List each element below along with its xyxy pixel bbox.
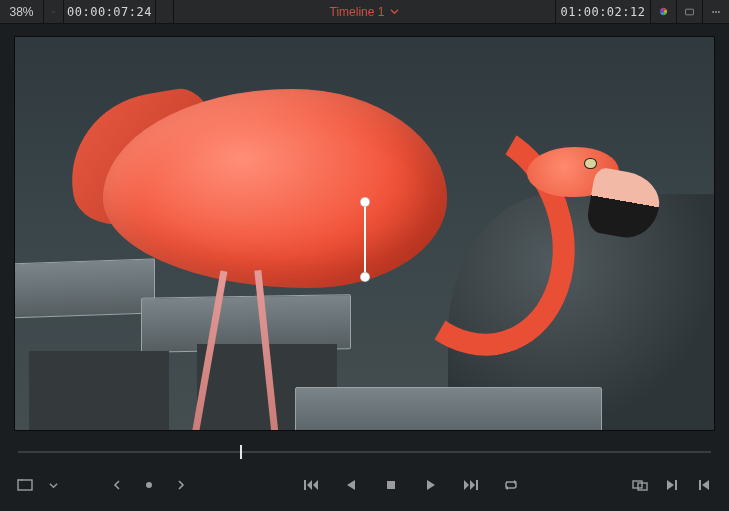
play-button[interactable] <box>422 476 440 494</box>
add-keyframe-button[interactable] <box>140 476 158 494</box>
prev-keyframe-button[interactable] <box>108 476 126 494</box>
reverse-play-button[interactable] <box>342 476 360 494</box>
chevron-down-icon <box>390 7 399 16</box>
match-frame-icon <box>632 479 648 491</box>
first-frame-icon <box>304 479 318 491</box>
next-clip-icon <box>666 479 678 491</box>
svg-rect-1 <box>686 9 694 15</box>
transport-bar <box>0 465 729 511</box>
keyframe-nav-group <box>108 476 190 494</box>
image-wipe-icon <box>17 478 33 492</box>
source-timecode-value: 00:00:07:24 <box>67 5 152 19</box>
svg-rect-5 <box>18 480 32 490</box>
viewer-topbar: 38% 00:00:07:24 Timeline 1 01:00:02:12 <box>0 0 729 24</box>
svg-rect-10 <box>476 480 478 490</box>
tracker-point-bottom[interactable] <box>360 272 370 282</box>
play-icon <box>425 479 437 491</box>
zoom-menu-button[interactable] <box>44 0 64 23</box>
timeline-title: Timeline 1 <box>330 5 385 19</box>
record-timecode-value: 01:00:02:12 <box>561 5 646 19</box>
color-wheel-button[interactable] <box>651 0 677 23</box>
next-keyframe-icon <box>176 479 186 491</box>
svg-point-2 <box>712 11 714 13</box>
source-timecode[interactable]: 00:00:07:24 <box>64 0 156 23</box>
last-frame-icon <box>464 479 478 491</box>
chevron-down-icon <box>49 481 58 490</box>
loop-icon <box>503 479 519 491</box>
scrub-bar <box>0 439 729 465</box>
match-frame-button[interactable] <box>631 476 649 494</box>
svg-rect-8 <box>304 480 306 490</box>
display-icon <box>685 6 694 18</box>
color-wheel-icon <box>659 4 668 19</box>
viewer-options-button[interactable] <box>703 0 729 23</box>
timeline-dropdown[interactable]: Timeline 1 <box>330 5 400 19</box>
transport-right-group <box>631 476 713 494</box>
chevron-down-icon <box>52 7 55 17</box>
tracker-line[interactable] <box>364 202 366 280</box>
viewer-area <box>0 24 729 439</box>
svg-point-7 <box>146 482 152 488</box>
loop-button[interactable] <box>502 476 520 494</box>
stop-button[interactable] <box>382 476 400 494</box>
topbar-center: Timeline 1 <box>174 0 555 23</box>
scrub-track[interactable] <box>18 451 711 453</box>
display-presets-button[interactable] <box>677 0 703 23</box>
prev-clip-icon <box>698 479 710 491</box>
svg-rect-13 <box>675 480 677 490</box>
record-timecode[interactable]: 01:00:02:12 <box>555 0 651 23</box>
first-frame-button[interactable] <box>302 476 320 494</box>
next-keyframe-button[interactable] <box>172 476 190 494</box>
svg-point-3 <box>715 11 717 13</box>
zoom-level[interactable]: 38% <box>0 0 44 23</box>
playhead[interactable] <box>240 445 242 459</box>
transport-left-group <box>16 476 58 494</box>
playback-group <box>200 476 621 494</box>
topbar-spacer-left <box>156 0 174 23</box>
reverse-play-icon <box>345 479 357 491</box>
stop-icon <box>385 479 397 491</box>
prev-keyframe-icon <box>112 479 122 491</box>
image-wipe-button[interactable] <box>16 476 34 494</box>
svg-rect-14 <box>699 480 701 490</box>
prev-clip-button[interactable] <box>695 476 713 494</box>
keyframe-dot-icon <box>144 480 154 490</box>
zoom-label: 38% <box>9 5 33 19</box>
svg-rect-9 <box>387 481 395 489</box>
ellipsis-icon <box>711 5 721 19</box>
svg-point-4 <box>718 11 720 13</box>
next-clip-button[interactable] <box>663 476 681 494</box>
last-frame-button[interactable] <box>462 476 480 494</box>
image-wipe-menu[interactable] <box>48 476 58 494</box>
viewer-canvas[interactable] <box>14 36 715 431</box>
tracker-point-top[interactable] <box>360 197 370 207</box>
